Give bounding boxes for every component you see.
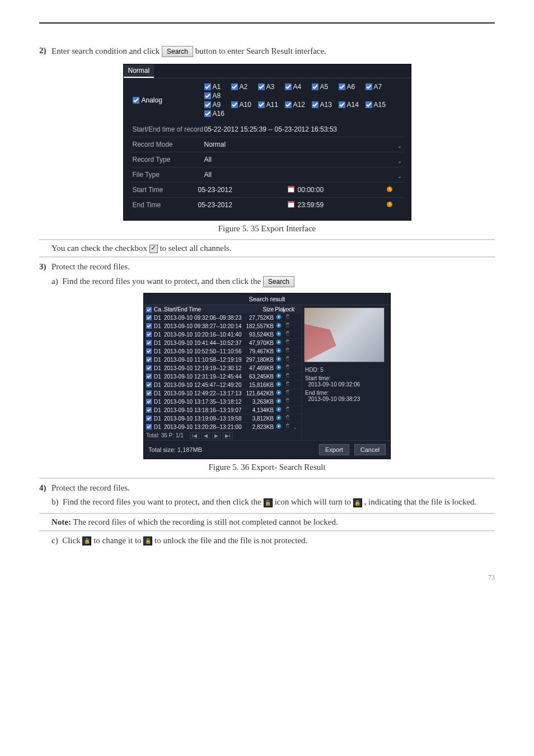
table-row[interactable]: D12013-09-10 12:31:19--12:45:4463,245KB [144, 372, 301, 381]
col-camera[interactable]: Ca... [154, 306, 164, 312]
unlocked-icon[interactable] [285, 348, 291, 353]
start-time-field[interactable]: 00:00:00 [298, 186, 386, 194]
row-checkbox[interactable] [146, 382, 152, 388]
unlocked-icon[interactable] [285, 415, 291, 421]
unlocked-icon[interactable] [285, 398, 291, 404]
search-button-inline[interactable]: Search [162, 46, 193, 57]
play-icon[interactable] [276, 423, 282, 429]
camera-checkbox-A4[interactable]: A4 [285, 83, 308, 91]
file-type-select[interactable]: All⌄ [204, 171, 404, 179]
play-icon[interactable] [276, 381, 282, 387]
table-row[interactable]: D12013-09-10 13:20:28--13:21:002,823KB⌄ [144, 423, 301, 431]
table-row[interactable]: D12013-09-10 12:19:19--12:30:1247,469KB [144, 364, 301, 372]
unlocked-icon[interactable] [285, 314, 291, 320]
play-icon[interactable] [276, 331, 282, 337]
unlocked-icon[interactable] [285, 390, 291, 395]
play-icon[interactable] [276, 390, 282, 395]
play-icon[interactable] [276, 348, 282, 353]
start-date-field[interactable]: 05-23-2012 [198, 186, 287, 194]
camera-checkbox-A13[interactable]: A13 [312, 101, 335, 109]
row-checkbox[interactable] [146, 407, 152, 413]
checkbox-all[interactable] [146, 307, 152, 312]
table-row[interactable]: D12013-09-10 13:19:09--13:19:583,812KB [144, 414, 301, 423]
record-mode-select[interactable]: Normal⌄ [204, 141, 404, 148]
play-icon[interactable] [276, 356, 282, 362]
col-play[interactable]: Play [275, 306, 283, 312]
camera-checkbox-A14[interactable]: A14 [339, 101, 362, 109]
table-row[interactable]: D12013-09-10 10:52:50--11:10:5679,467KB [144, 347, 301, 356]
play-icon[interactable] [276, 314, 282, 320]
unlocked-icon[interactable] [285, 381, 291, 387]
table-row[interactable]: D12013-09-10 10:20:16--10:41:4093,524KB [144, 330, 301, 339]
camera-checkbox-A16[interactable]: A16 [204, 110, 228, 118]
end-date-field[interactable]: 05-23-2012 [198, 201, 287, 209]
row-checkbox[interactable] [146, 323, 152, 329]
camera-checkbox-A1[interactable]: A1 [204, 83, 228, 91]
unlocked-icon[interactable] [285, 356, 291, 362]
play-icon[interactable] [276, 365, 282, 370]
play-icon[interactable] [276, 323, 282, 328]
calendar-icon[interactable] [288, 186, 294, 194]
page-prev-icon[interactable]: ◀ [202, 432, 210, 439]
row-checkbox[interactable] [146, 357, 152, 362]
camera-checkbox-A10[interactable]: A10 [231, 101, 255, 109]
table-row[interactable]: D12013-09-10 09:38:27--10:20:14182,557KB [144, 322, 301, 330]
clock-icon[interactable] [386, 186, 393, 194]
tab-normal[interactable]: Normal [124, 64, 154, 78]
col-lock[interactable]: Lock [283, 306, 293, 312]
row-checkbox[interactable] [146, 424, 152, 430]
unlocked-icon[interactable] [285, 407, 291, 412]
page-last-icon[interactable]: ▶I [223, 432, 233, 439]
calendar-icon[interactable] [288, 201, 294, 209]
row-checkbox[interactable] [146, 374, 152, 379]
camera-checkbox-A15[interactable]: A15 [366, 101, 389, 109]
search-button-inline-2[interactable]: Search [263, 276, 294, 287]
table-row[interactable]: D12013-09-10 09:32:06--09:38:2327,752KB [144, 314, 301, 322]
page-next-icon[interactable]: ▶ [212, 432, 221, 439]
clock-icon[interactable] [386, 201, 393, 209]
unlocked-icon[interactable] [285, 365, 291, 370]
scroll-down-icon[interactable]: ⌄ [293, 424, 297, 430]
play-icon[interactable] [276, 339, 282, 345]
camera-checkbox-A9[interactable]: A9 [204, 101, 228, 109]
camera-checkbox-A7[interactable]: A7 [366, 83, 389, 91]
record-type-select[interactable]: All⌄ [204, 156, 404, 164]
play-icon[interactable] [276, 415, 282, 421]
row-checkbox[interactable] [146, 399, 152, 404]
row-checkbox[interactable] [146, 340, 152, 346]
camera-checkbox-A2[interactable]: A2 [231, 83, 255, 91]
table-row[interactable]: D12013-09-10 13:17:35--13:18:123,263KB [144, 398, 301, 406]
checkbox-analog[interactable] [133, 97, 139, 104]
row-checkbox[interactable] [146, 315, 152, 320]
play-icon[interactable] [276, 398, 282, 404]
row-checkbox[interactable] [146, 416, 152, 421]
table-row[interactable]: D12013-09-10 10:41:44--10:52:3747,970KB [144, 339, 301, 347]
page-first-icon[interactable]: I◀ [190, 432, 200, 439]
play-icon[interactable] [276, 407, 282, 412]
table-row[interactable]: D12013-09-10 13:18:16--13:19:074,134KB [144, 406, 301, 414]
cancel-button[interactable]: Cancel [354, 444, 386, 455]
camera-checkbox-A8[interactable]: A8 [204, 92, 228, 100]
unlocked-icon[interactable] [285, 331, 291, 337]
scroll-up-icon[interactable]: ^ [293, 306, 297, 312]
end-time-field[interactable]: 23:59:59 [298, 201, 386, 209]
unlocked-icon[interactable] [285, 323, 291, 328]
table-row[interactable]: D12013-09-10 12:49:22--13:17:13121,642KB [144, 389, 301, 398]
camera-checkbox-A3[interactable]: A3 [258, 83, 282, 91]
col-size[interactable]: Size [245, 306, 275, 312]
row-checkbox[interactable] [146, 348, 152, 354]
unlocked-icon[interactable] [285, 423, 291, 429]
unlocked-icon[interactable] [285, 339, 291, 345]
export-button[interactable]: Export [319, 444, 349, 455]
table-row[interactable]: D12013-09-10 12:45:47--12:49:2015,816KB [144, 381, 301, 389]
row-checkbox[interactable] [146, 390, 152, 396]
camera-checkbox-A11[interactable]: A11 [258, 101, 282, 109]
row-checkbox[interactable] [146, 365, 152, 371]
camera-checkbox-A12[interactable]: A12 [285, 101, 308, 109]
row-checkbox[interactable] [146, 332, 152, 337]
camera-checkbox-A6[interactable]: A6 [339, 83, 362, 91]
unlocked-icon[interactable] [285, 373, 291, 379]
camera-checkbox-A5[interactable]: A5 [312, 83, 335, 91]
play-icon[interactable] [276, 373, 282, 379]
table-row[interactable]: D12013-09-10 11:10:58--12:19:19297,180KB [144, 356, 301, 364]
